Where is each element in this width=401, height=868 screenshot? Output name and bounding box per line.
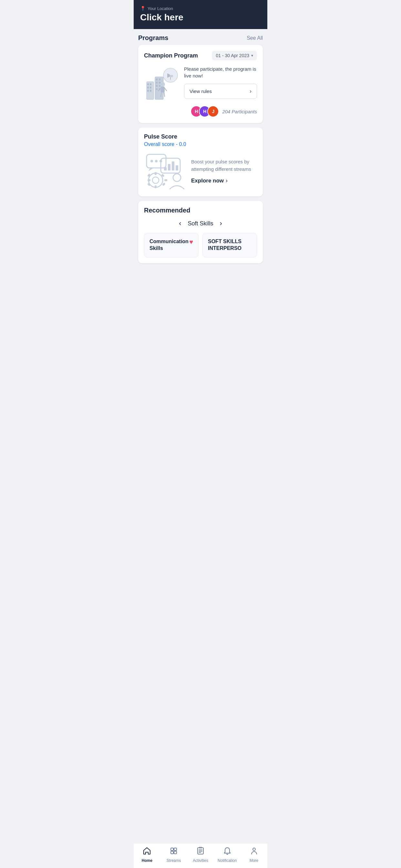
svg-rect-21 <box>161 87 165 92</box>
svg-rect-6 <box>150 90 151 92</box>
current-category-label: Soft Skills <box>188 220 213 227</box>
streams-icon <box>169 847 178 857</box>
svg-rect-41 <box>148 179 150 181</box>
participants-count: 204 Participants <box>222 109 257 114</box>
svg-rect-32 <box>164 167 166 170</box>
nav-item-notification[interactable]: Notification <box>214 847 241 863</box>
program-illustration <box>144 66 180 101</box>
skills-category-nav: ‹ Soft Skills › <box>144 219 257 228</box>
program-card-header: Champion Program 01 - 30 Apr 2023 ▾ <box>144 51 257 60</box>
skill-card-1-header: CommunicationSkills ♥ <box>150 238 193 252</box>
pulse-card-body: Boost your pulse scores by attempting di… <box>144 152 257 190</box>
svg-rect-14 <box>156 88 158 90</box>
nav-more-label: More <box>250 858 258 863</box>
skill-card-2[interactable]: SOFT SKILLSINTERPERSO <box>203 233 257 257</box>
notification-icon <box>223 847 232 857</box>
svg-point-55 <box>253 848 255 850</box>
svg-rect-11 <box>159 82 160 84</box>
svg-rect-43 <box>147 183 151 186</box>
location-label: Your Location <box>148 6 173 11</box>
nav-item-activities[interactable]: Activities <box>187 847 214 863</box>
svg-rect-3 <box>147 87 149 89</box>
avatar-group: H H J <box>190 105 219 117</box>
avatar-3: J <box>207 105 219 117</box>
svg-rect-50 <box>174 851 177 854</box>
location-click[interactable]: Click here <box>140 12 261 23</box>
pulse-score-value: Overall score - 0.0 <box>144 142 257 147</box>
pulse-right: Boost your pulse scores by attempting di… <box>191 158 257 184</box>
svg-point-36 <box>149 173 163 187</box>
svg-rect-33 <box>168 164 171 170</box>
svg-rect-5 <box>147 90 149 92</box>
nav-item-streams[interactable]: Streams <box>160 847 187 863</box>
programs-section: Programs See All Champion Program 01 - 3… <box>138 34 263 123</box>
skill-card-2-title: SOFT SKILLSINTERPERSO <box>208 238 242 252</box>
program-card-title: Champion Program <box>144 52 198 59</box>
date-badge-chevron-icon: ▾ <box>251 53 253 58</box>
skill-card-1-heart-icon[interactable]: ♥ <box>189 238 193 246</box>
svg-rect-38 <box>155 172 157 175</box>
svg-point-37 <box>152 177 159 183</box>
svg-point-28 <box>155 160 158 162</box>
svg-rect-1 <box>147 83 149 85</box>
see-all-button[interactable]: See All <box>247 35 263 41</box>
explore-chevron-icon: › <box>226 177 227 184</box>
programs-title: Programs <box>138 34 168 42</box>
nav-item-more[interactable]: More <box>241 847 267 863</box>
skill-card-2-header: SOFT SKILLSINTERPERSO <box>208 238 251 252</box>
view-rules-label: View rules <box>189 89 212 94</box>
recommended-section: Recommended ‹ Soft Skills › Communicatio… <box>138 201 263 263</box>
svg-rect-9 <box>159 79 160 81</box>
svg-rect-47 <box>171 848 174 850</box>
svg-rect-8 <box>156 79 158 81</box>
home-icon <box>143 847 151 857</box>
prev-category-button[interactable]: ‹ <box>179 219 181 228</box>
main-content: Programs See All Champion Program 01 - 3… <box>134 29 267 268</box>
nav-item-home[interactable]: Home <box>134 847 160 863</box>
skill-card-1[interactable]: CommunicationSkills ♥ <box>144 233 198 257</box>
nav-activities-label: Activities <box>193 858 208 863</box>
pulse-score-title: Pulse Score <box>144 133 257 140</box>
svg-rect-10 <box>156 82 158 84</box>
explore-now-button[interactable]: Explore now › <box>191 177 227 184</box>
recommended-title: Recommended <box>144 207 257 214</box>
participants-row: H H J 204 Participants <box>144 105 257 117</box>
pulse-description: Boost your pulse scores by attempting di… <box>191 158 257 173</box>
location-row: 📍 Your Location <box>140 6 261 11</box>
view-rules-chevron-icon: › <box>250 88 251 95</box>
svg-line-25 <box>164 92 165 97</box>
program-right: Please participate, the program is live … <box>184 66 257 99</box>
nav-streams-label: Streams <box>166 858 181 863</box>
program-description: Please participate, the program is live … <box>184 66 257 79</box>
program-card-body: Please participate, the program is live … <box>144 66 257 101</box>
view-rules-button[interactable]: View rules › <box>184 84 257 99</box>
more-icon <box>250 847 258 857</box>
skills-cards-row: CommunicationSkills ♥ SOFT SKILLSINTERPE… <box>144 233 257 257</box>
svg-rect-34 <box>172 161 174 170</box>
svg-point-27 <box>150 160 153 162</box>
nav-notification-label: Notification <box>218 858 237 863</box>
pulse-illustration <box>144 152 186 190</box>
svg-rect-49 <box>171 851 174 854</box>
location-icon: 📍 <box>140 6 146 11</box>
svg-rect-2 <box>150 83 151 85</box>
svg-point-20 <box>160 82 165 87</box>
program-card: Champion Program 01 - 30 Apr 2023 ▾ <box>138 45 263 123</box>
programs-section-header: Programs See All <box>138 34 263 42</box>
activities-icon <box>196 847 205 857</box>
svg-rect-35 <box>176 165 178 170</box>
svg-rect-40 <box>164 179 167 181</box>
bottom-navigation: Home Streams Activities <box>134 843 267 868</box>
nav-home-label: Home <box>142 858 152 863</box>
svg-rect-48 <box>174 848 177 850</box>
date-range-badge[interactable]: 01 - 30 Apr 2023 ▾ <box>212 51 257 60</box>
svg-rect-39 <box>155 185 157 188</box>
svg-point-46 <box>173 174 181 182</box>
svg-rect-13 <box>159 85 160 87</box>
explore-label: Explore now <box>191 178 224 184</box>
svg-line-23 <box>165 88 166 91</box>
app-header: 📍 Your Location Click here <box>134 0 267 29</box>
date-range-text: 01 - 30 Apr 2023 <box>216 53 249 58</box>
skill-card-1-title: CommunicationSkills <box>150 238 189 252</box>
next-category-button[interactable]: › <box>220 219 222 228</box>
